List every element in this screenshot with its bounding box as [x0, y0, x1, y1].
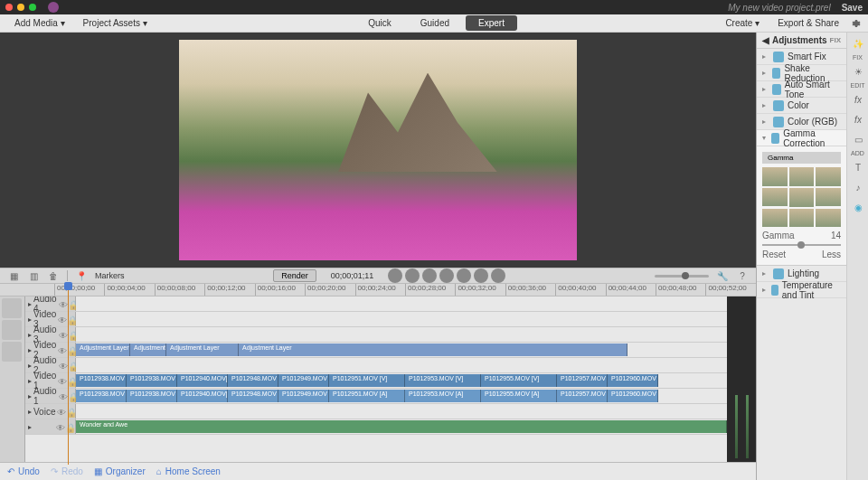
gamma-preset-thumb[interactable]	[762, 167, 788, 186]
clip[interactable]: Adjustment Layer	[239, 344, 627, 356]
gamma-preset-thumb[interactable]	[762, 188, 788, 207]
help-icon[interactable]: ?	[736, 269, 749, 282]
fix-tool[interactable]: ✨	[849, 34, 867, 52]
render-button[interactable]: Render	[273, 269, 316, 282]
gamma-preset-thumb[interactable]	[762, 209, 788, 228]
clip[interactable]: P1012960.MOV [V]	[608, 374, 658, 387]
gamma-preset-thumb[interactable]	[789, 167, 815, 186]
clip[interactable]: P1012953.MOV [V]	[405, 374, 481, 387]
titles-tool[interactable]: T	[849, 158, 867, 176]
effects-tool[interactable]: fx	[849, 90, 867, 108]
tab-expert[interactable]: Expert	[466, 15, 517, 31]
transitions-tool[interactable]: ▭	[849, 130, 867, 148]
maximize-window-btn[interactable]	[29, 4, 36, 11]
step-back-button[interactable]	[405, 268, 420, 283]
markers-label[interactable]: Markers	[95, 271, 125, 280]
home-button[interactable]: ⌂Home Screen	[156, 466, 221, 476]
track-body[interactable]: Adjustment LayerAdjustmentAdjustment Lay…	[76, 343, 727, 357]
timecode-display[interactable]: 00;00;01;11	[331, 271, 374, 280]
preview-frame[interactable]	[179, 40, 577, 260]
adjustment-temperature-and-tint[interactable]: ▸Temperature and Tint	[757, 282, 846, 298]
tab-guided[interactable]: Guided	[408, 15, 462, 31]
clip[interactable]: P1012951.MOV [A]	[329, 390, 405, 402]
close-window-btn[interactable]	[5, 4, 13, 11]
clip[interactable]: P1012938.MOV [V]	[76, 374, 127, 387]
clip[interactable]: P1012940.MOV[A]	[177, 390, 228, 402]
step-forward-button[interactable]	[439, 268, 454, 283]
applied-effects-tool[interactable]: fx	[849, 110, 867, 128]
goto-end-button[interactable]	[457, 268, 471, 283]
track-body[interactable]	[76, 312, 727, 326]
clip[interactable]: Wonder and Awe	[76, 420, 727, 433]
clip[interactable]: P1012955.MOV [V]	[481, 374, 557, 387]
adjustment-color[interactable]: ▸Color	[757, 98, 846, 114]
selection-tool[interactable]	[2, 298, 22, 318]
clip[interactable]: P1012948.MOV	[228, 390, 278, 402]
adjustment-icon	[773, 268, 784, 279]
tab-quick[interactable]: Quick	[355, 15, 404, 31]
clip[interactable]: P1012938.MOV [V]	[127, 374, 177, 387]
clip[interactable]: P1012940.MOV[V]	[177, 374, 228, 387]
clip[interactable]: P1012957.MOV [V]	[557, 374, 608, 387]
clip[interactable]: P1012957.MOV [A]	[557, 390, 608, 402]
menu-create-[interactable]: Create ▾	[718, 16, 767, 30]
gamma-preset-thumb[interactable]	[789, 209, 815, 228]
music-tool[interactable]: ♪	[849, 178, 867, 196]
clip[interactable]: P1012949.MOV [A]	[278, 390, 329, 402]
gamma-preset-thumb[interactable]	[816, 209, 841, 228]
clip[interactable]: P1012938.MOV [A]	[76, 390, 127, 402]
clip[interactable]: Adjustment	[130, 344, 166, 356]
track-body[interactable]: P1012938.MOV [A]P1012938.MOV [A]P1012940…	[76, 389, 727, 403]
clip[interactable]: Adjustment Layer	[76, 344, 130, 356]
playhead[interactable]	[68, 284, 69, 465]
menu-add-media-[interactable]: Add Media ▾	[7, 16, 72, 30]
goto-start-button[interactable]	[388, 268, 402, 283]
marker-icon[interactable]: 📍	[75, 269, 88, 282]
trash-icon[interactable]: 🗑	[47, 269, 60, 282]
menu-project-assets-[interactable]: Project Assets ▾	[76, 16, 155, 30]
track-audio-3: ▸Audio 3👁🔒	[25, 327, 727, 343]
track-video-1: ▸Video 1👁🔒P1012938.MOV [V]P1012938.MOV […	[25, 373, 727, 389]
save-button[interactable]: Save	[842, 3, 863, 13]
gamma-preset-thumb[interactable]	[816, 167, 841, 186]
track-tool[interactable]	[2, 320, 22, 340]
clip[interactable]: P1012949.MOV [V]	[278, 374, 329, 387]
clip[interactable]: P1012948.MOV	[228, 374, 278, 387]
less-button[interactable]: Less	[822, 249, 841, 259]
track-body[interactable]: Wonder and Awe	[76, 419, 727, 434]
track-body[interactable]: P1012938.MOV [V]P1012938.MOV [V]P1012940…	[76, 373, 727, 388]
track-body[interactable]	[76, 296, 727, 311]
time-ruler[interactable]: 00;00;00;0000;00;04;0000;00;08;0000;00;1…	[0, 284, 756, 296]
clip[interactable]: P1012955.MOV [A]	[481, 390, 557, 402]
minimize-window-btn[interactable]	[17, 4, 24, 11]
menu-export-share[interactable]: Export & Share	[770, 16, 846, 30]
clip[interactable]: P1012953.MOV [A]	[405, 390, 481, 402]
timeline-view-icon[interactable]: ▦	[7, 269, 20, 282]
undo-button[interactable]: ↶Undo	[7, 466, 40, 476]
clip[interactable]: Adjustment Layer	[166, 344, 239, 356]
adjustment-auto-smart-tone[interactable]: ▸Auto Smart Tone	[757, 81, 846, 98]
track-body[interactable]	[76, 404, 727, 419]
reset-button[interactable]: Reset	[762, 249, 786, 259]
gamma-preset-thumb[interactable]	[816, 188, 841, 207]
time-stretch-tool[interactable]	[2, 342, 22, 362]
gamma-preset-thumb[interactable]	[789, 188, 815, 207]
clip[interactable]: P1012938.MOV [A]	[127, 390, 177, 402]
clip[interactable]: P1012960.MOV [A]	[608, 390, 658, 402]
clip[interactable]: P1012951.MOV [V]	[329, 374, 405, 387]
graphics-tool[interactable]: ◉	[849, 198, 867, 216]
fullscreen-button[interactable]	[491, 268, 505, 283]
adjust-tool[interactable]: ☀	[849, 62, 867, 80]
redo-button[interactable]: ↷Redo	[51, 466, 83, 476]
zoom-slider[interactable]	[655, 275, 709, 278]
timeline-props-icon[interactable]: ▥	[27, 269, 40, 282]
tools-icon[interactable]: 🔧	[716, 269, 729, 282]
track-body[interactable]	[76, 358, 727, 372]
adjustment-gamma-correction[interactable]: ▾Gamma Correction	[757, 130, 846, 146]
loop-button[interactable]	[474, 268, 488, 283]
organizer-button[interactable]: ▦Organizer	[94, 466, 146, 476]
gamma-slider[interactable]	[762, 244, 841, 246]
gear-icon[interactable]	[850, 18, 861, 29]
play-button[interactable]	[422, 268, 437, 283]
track-body[interactable]	[76, 327, 727, 342]
